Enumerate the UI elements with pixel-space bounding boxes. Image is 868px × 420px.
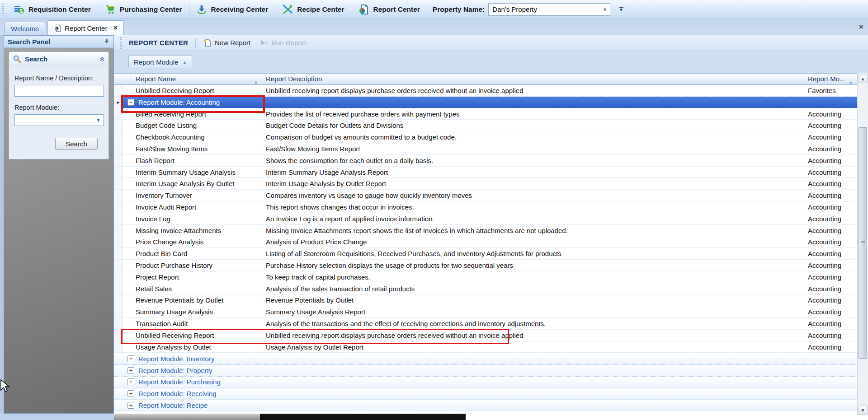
table-row[interactable]: Revenue Potentials by OutletRevenue Pote… (114, 294, 857, 306)
expand-icon[interactable]: + (127, 367, 134, 374)
expand-icon[interactable]: + (127, 390, 134, 397)
report-name-cell: Transaction Audit (131, 318, 262, 329)
table-row[interactable]: Summary Usage AnalysisSummary Usage Anal… (114, 306, 857, 318)
report-name-cell: Summary Usage Analysis (131, 306, 262, 317)
header-label: Report Name (136, 75, 176, 83)
table-row[interactable]: Product Purchase HistoryPurchase History… (114, 260, 857, 271)
report-name-input[interactable] (14, 85, 104, 97)
report-tab-icon (54, 24, 61, 32)
toolbar-grip[interactable] (2, 4, 4, 15)
vertical-scrollbar[interactable]: ▲ ▼ (857, 73, 868, 415)
tab-report-center[interactable]: Report Center × (47, 20, 124, 35)
search-button[interactable]: Search (55, 138, 98, 150)
report-description-cell: Fast/Slow Moving Items Report (262, 143, 804, 154)
requisition-center-icon: $ (14, 4, 24, 15)
group-row[interactable]: +Report Module: Inventory (114, 353, 857, 364)
property-name-label: Property Name: (433, 5, 485, 14)
group-chip-report-module[interactable]: Report Module ▲ (128, 56, 192, 68)
nav-receiving-center[interactable]: Receiving Center (189, 0, 275, 19)
header-label: Report Mo... (808, 75, 845, 83)
tab-close-icon[interactable]: × (113, 25, 118, 31)
toolbar-overflow-button[interactable]: ▼ (617, 2, 626, 17)
group-row[interactable]: ▸−Report Module: Accounting (114, 97, 857, 108)
table-row[interactable]: Interim Summary Usage AnalysisInterim Su… (114, 167, 857, 178)
table-row[interactable]: Unbilled Receiving ReportUnbilled receiv… (114, 85, 857, 97)
row-indicator (114, 225, 123, 236)
table-row[interactable]: Checkbook AccountingComparison of budget… (114, 131, 857, 143)
expand-icon[interactable]: + (127, 378, 134, 385)
report-module-cell: Accounting (804, 120, 857, 131)
report-module-cell: Accounting (804, 213, 857, 224)
grid-header: Report Name ▲ Report Description Report … (114, 73, 857, 85)
collapse-icon[interactable]: − (127, 99, 134, 106)
report-module-cell: Accounting (804, 260, 857, 271)
report-module-cell: Accounting (804, 167, 857, 178)
header-report-name[interactable]: Report Name ▲ (131, 74, 262, 84)
table-row[interactable]: Project ReportTo keep track of capital p… (114, 271, 857, 283)
row-indent (123, 271, 131, 283)
report-name-cell: Billed Receiving Report (131, 108, 262, 120)
row-indent (123, 341, 131, 353)
new-report-label: New Report (215, 39, 250, 47)
report-center-icon (358, 4, 369, 15)
group-by-panel: Report Module ▲ (114, 51, 868, 73)
report-name-cell: Checkbook Accounting (131, 131, 262, 143)
header-report-module[interactable]: Report Mo... ▲ (804, 74, 857, 84)
scroll-up-button[interactable]: ▲ (858, 74, 868, 83)
nav-purchasing-center[interactable]: Purchasing Center (98, 0, 189, 19)
toolbar-grip[interactable] (120, 37, 122, 49)
nav-recipe-center[interactable]: Recipe Center (275, 0, 351, 19)
tab-bar: Welcome Report Center × × (0, 19, 868, 35)
chevron-down-icon: ▼ (619, 8, 623, 12)
nav-requisition-center[interactable]: $ Requisition Center (7, 0, 98, 19)
report-module-cell: Accounting (804, 178, 857, 189)
report-module-select[interactable]: ▼ (14, 114, 104, 126)
report-module-cell: Accounting (804, 306, 857, 317)
report-name-cell: Product Bin Card (131, 248, 262, 259)
table-row[interactable]: Flash ReportShows the consumption for ea… (114, 155, 857, 167)
new-report-button[interactable]: New Report (203, 38, 250, 47)
table-row[interactable]: Usage Analysis by OutletUsage Analysis b… (114, 341, 857, 353)
table-row[interactable]: Interim Usage Analysis By OutletInterim … (114, 178, 857, 190)
property-name-select[interactable]: Dan's Property ▼ (488, 3, 610, 16)
row-indicator (114, 190, 123, 201)
table-row[interactable]: Invoice Audit ReportThis report shows ch… (114, 201, 857, 213)
scrollbar-thumb[interactable] (859, 127, 867, 359)
expand-icon[interactable]: + (127, 402, 134, 409)
table-row[interactable]: Missing Invoice AttachmentsMissing Invoi… (114, 225, 857, 237)
table-row[interactable]: Invoice LogAn Invoice Log is a report of… (114, 213, 857, 225)
table-row[interactable]: Billed Receiving ReportProvides the list… (114, 108, 857, 120)
row-indent (123, 213, 131, 224)
row-indent (123, 283, 131, 294)
table-row[interactable]: Product Bin CardListing of all Storeroom… (114, 248, 857, 260)
group-row[interactable]: +Report Module: Recipe (114, 400, 857, 411)
header-report-description[interactable]: Report Description (262, 74, 804, 84)
collapse-chevrons-icon[interactable] (99, 56, 105, 62)
table-row[interactable]: Price Change AnalysisAnalysis of Product… (114, 236, 857, 248)
run-report-label: Run Report (271, 39, 306, 47)
table-row[interactable]: Budget Code ListingBudget Code Details f… (114, 120, 857, 131)
row-indent (123, 143, 131, 154)
report-name-cell: Fast/Slow Moving Items (131, 143, 262, 154)
table-row[interactable]: Fast/Slow Moving ItemsFast/Slow Moving I… (114, 143, 857, 155)
table-row[interactable]: Inventory TurnoverCompares inventory vs … (114, 190, 857, 201)
report-description-cell: Interim Summary Usage Analysis Report (262, 167, 804, 178)
tabbar-close-button[interactable]: × (859, 23, 863, 32)
table-row[interactable]: Transaction AuditAnalysis of the transac… (114, 318, 857, 330)
group-row[interactable]: +Report Module: Property (114, 364, 857, 376)
tab-label: Report Center (65, 24, 107, 32)
group-row[interactable]: +Report Module: Purchasing (114, 376, 857, 388)
expand-icon[interactable]: + (127, 355, 134, 362)
report-module-cell: Accounting (804, 283, 857, 294)
run-report-button[interactable]: Run Report (259, 38, 306, 47)
group-label: Report Module: Property (138, 365, 212, 376)
property-name-group: Property Name: Dan's Property ▼ (427, 0, 616, 19)
table-row[interactable]: Retail SalesAnalysis of the sales transa… (114, 283, 857, 295)
pin-icon[interactable] (104, 38, 110, 45)
scroll-down-button[interactable]: ▼ (858, 406, 868, 415)
table-row[interactable]: Unbilled Receiving ReportUnbilled receiv… (114, 330, 857, 341)
nav-report-center[interactable]: Report Center (351, 0, 426, 19)
tab-welcome[interactable]: Welcome (5, 22, 45, 35)
group-row[interactable]: +Report Module: Receiving (114, 388, 857, 400)
report-description-cell: Analysis of the transactions and the eff… (262, 318, 804, 329)
